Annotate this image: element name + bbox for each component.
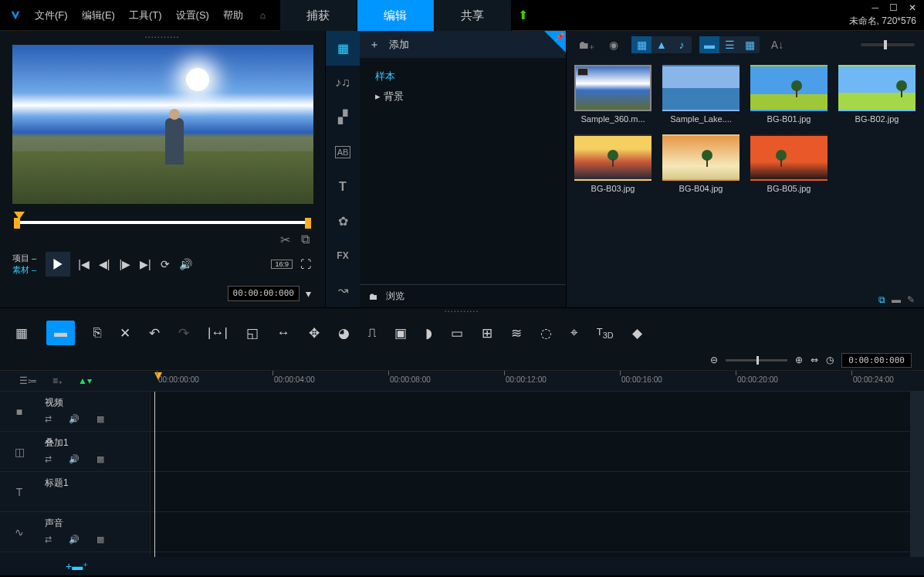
rasterize-icon[interactable]: ▩ bbox=[96, 414, 104, 424]
subtitle-icon[interactable]: ▭ bbox=[451, 325, 463, 341]
mute-icon[interactable]: 🔊 bbox=[69, 535, 80, 545]
mute-icon[interactable]: 🔊 bbox=[69, 414, 80, 424]
play-button[interactable] bbox=[46, 252, 70, 277]
track-head-audio[interactable]: ∿ 声音 ⇄🔊▩ bbox=[0, 512, 150, 552]
zoom-out-icon[interactable]: ⊖ bbox=[710, 355, 718, 365]
fit-project-icon[interactable]: ⇔ bbox=[811, 355, 818, 365]
preview-mode-labels[interactable]: 项目 – 素材 – bbox=[12, 253, 39, 276]
split-icon[interactable]: ⧉ bbox=[301, 232, 310, 246]
nav-audio-icon[interactable]: ♪♫ bbox=[326, 66, 360, 100]
batch-icon[interactable]: ⎘ bbox=[93, 325, 101, 341]
view-thumb-icon[interactable]: ▬ bbox=[699, 36, 719, 53]
3d-title-icon[interactable]: T3D bbox=[597, 326, 614, 340]
view-grid-icon[interactable]: ▦ bbox=[740, 36, 760, 53]
redo-icon[interactable]: ↷ bbox=[178, 325, 189, 341]
chapter-icon[interactable]: ▣ bbox=[394, 325, 407, 341]
preview-timecode[interactable]: 00:00:00:000 bbox=[228, 286, 300, 301]
thumb-0[interactable]: Sample_360.m... bbox=[574, 65, 652, 124]
preview-viewport[interactable] bbox=[12, 45, 313, 203]
audio-wave-icon[interactable]: ⎍ bbox=[368, 325, 376, 341]
tab-edit[interactable]: 编辑 bbox=[357, 0, 435, 31]
menu-help[interactable]: 帮助 bbox=[223, 8, 243, 22]
link-icon[interactable]: ⇄ bbox=[45, 414, 52, 424]
cut-icon[interactable]: ✂ bbox=[280, 232, 290, 247]
mask-icon[interactable]: ◗ bbox=[425, 325, 432, 341]
nav-transitions-icon[interactable]: ▞ bbox=[326, 100, 360, 134]
footer-icon-2[interactable]: ▬ bbox=[892, 294, 901, 305]
nav-text-icon[interactable]: T bbox=[326, 170, 360, 205]
filter-photo-icon[interactable]: ▲ bbox=[652, 36, 672, 53]
browse-bar[interactable]: 🖿 浏览 bbox=[360, 284, 566, 307]
track-opt2-icon[interactable]: ≡₊ bbox=[52, 375, 63, 386]
tools-icon[interactable]: ✕ bbox=[120, 325, 130, 341]
link-icon[interactable]: ⇄ bbox=[45, 535, 52, 545]
thumb-4[interactable]: BG-B03.jpg bbox=[574, 134, 652, 193]
import-icon[interactable]: 🖿₊ bbox=[576, 36, 596, 53]
crop-icon[interactable]: ◱ bbox=[246, 325, 259, 341]
upload-icon[interactable]: ⬆ bbox=[518, 8, 528, 22]
mute-icon[interactable]: 🔊 bbox=[69, 454, 80, 464]
timeline-ruler[interactable]: 00:00:00:0000:00:04:0000:00:08:0000:00:1… bbox=[151, 371, 924, 391]
link-icon[interactable]: ⇄ bbox=[45, 454, 52, 464]
minimize-button[interactable]: ─ bbox=[872, 2, 878, 13]
rasterize-icon[interactable]: ▩ bbox=[96, 535, 104, 545]
aspect-ratio[interactable]: 16:9 bbox=[271, 260, 293, 269]
track-head-overlay[interactable]: ◫ 叠加1 ⇄🔊▩ bbox=[0, 432, 150, 472]
trim-bar[interactable] bbox=[14, 216, 311, 228]
nav-media-icon[interactable]: ▦ bbox=[326, 31, 360, 66]
sort-icon[interactable]: A↓ bbox=[767, 36, 787, 53]
track-head-title[interactable]: T 标题1 bbox=[0, 472, 150, 512]
pan-icon[interactable]: ✥ bbox=[309, 325, 320, 341]
volume-button[interactable]: 🔊 bbox=[178, 256, 194, 272]
thumb-1[interactable]: Sample_Lake.... bbox=[662, 65, 740, 124]
thumb-size-slider[interactable] bbox=[861, 43, 915, 46]
footer-icon-1[interactable]: ⧉ bbox=[878, 294, 885, 305]
add-track-button[interactable]: +▬⁺ bbox=[66, 560, 88, 572]
storyboard-view-icon[interactable]: ▦ bbox=[15, 325, 28, 341]
resize-icon[interactable]: ↔ bbox=[277, 325, 290, 341]
rasterize-icon[interactable]: ▩ bbox=[96, 454, 104, 464]
nav-fx-icon[interactable]: FX bbox=[326, 239, 360, 273]
go-start-button[interactable]: |◀ bbox=[76, 256, 91, 272]
go-end-button[interactable]: ▶| bbox=[138, 256, 153, 272]
thumb-3[interactable]: BG-B02.jpg bbox=[838, 65, 916, 124]
track-lane[interactable] bbox=[151, 392, 910, 432]
pin-icon[interactable]: 📌 bbox=[555, 32, 564, 41]
nav-titles-ab-icon[interactable]: AB bbox=[335, 146, 350, 158]
camera-icon[interactable]: ◉ bbox=[604, 36, 624, 53]
motion-icon[interactable]: ≋ bbox=[511, 325, 522, 341]
fit-icon[interactable]: |↔| bbox=[208, 325, 228, 341]
grip-icon[interactable]: ••••••••••• bbox=[0, 308, 924, 316]
clock-icon[interactable]: ◷ bbox=[826, 355, 834, 365]
thumb-6[interactable]: BG-B05.jpg bbox=[750, 134, 828, 193]
filter-audio-icon[interactable]: ♪ bbox=[672, 36, 692, 53]
menu-tools[interactable]: 工具(T) bbox=[129, 8, 162, 22]
thumb-5[interactable]: BG-B04.jpg bbox=[662, 134, 740, 193]
scrollbar-y[interactable] bbox=[910, 392, 924, 557]
track-area[interactable] bbox=[151, 392, 910, 557]
track-lane[interactable] bbox=[151, 432, 910, 472]
menu-edit[interactable]: 编辑(E) bbox=[82, 8, 115, 22]
track-enable-icon[interactable]: ▲▾ bbox=[78, 375, 92, 386]
paint-icon[interactable]: ◆ bbox=[632, 325, 642, 341]
nav-path-icon[interactable]: ↝ bbox=[326, 273, 360, 307]
add-bar[interactable]: ＋ 添加 📌 bbox=[360, 31, 566, 59]
thumb-2[interactable]: BG-B01.jpg bbox=[750, 65, 828, 124]
home-button[interactable]: ⌂ bbox=[249, 0, 276, 31]
next-frame-button[interactable]: |▶ bbox=[117, 256, 132, 272]
menu-settings[interactable]: 设置(S) bbox=[176, 8, 209, 22]
expand-icon[interactable]: ⛶ bbox=[299, 256, 313, 272]
grip-icon[interactable]: ••••••••••• bbox=[6, 34, 319, 41]
track-lane[interactable] bbox=[151, 512, 910, 552]
close-button[interactable]: ✕ bbox=[909, 2, 916, 13]
track-motion-icon[interactable]: ◌ bbox=[540, 325, 552, 341]
track-lane[interactable] bbox=[151, 472, 910, 512]
tree-background[interactable]: ▸ 背景 bbox=[360, 87, 566, 107]
tab-capture[interactable]: 捕获 bbox=[280, 0, 357, 31]
filter-video-icon[interactable]: ▦ bbox=[631, 36, 652, 53]
multi-icon[interactable]: ⊞ bbox=[482, 325, 492, 341]
tab-share[interactable]: 共享 bbox=[435, 0, 512, 31]
target-icon[interactable]: ⌖ bbox=[570, 325, 578, 341]
undo-icon[interactable]: ↶ bbox=[149, 325, 160, 341]
prev-frame-button[interactable]: ◀| bbox=[97, 256, 112, 272]
